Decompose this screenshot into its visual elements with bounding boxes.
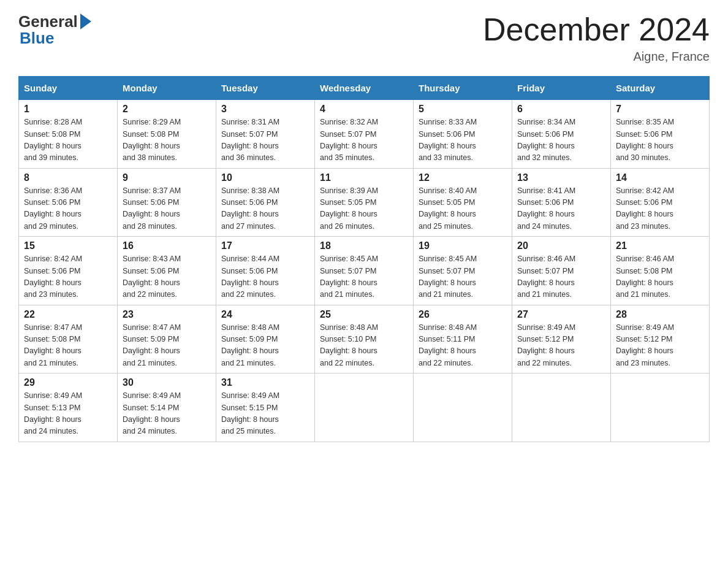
day-number: 30 — [123, 377, 211, 388]
day-info: Sunrise: 8:45 AMSunset: 5:07 PMDaylight:… — [419, 255, 477, 299]
header-day-sunday: Sunday — [19, 77, 118, 100]
empty-cell — [414, 373, 512, 442]
week-row-1: 1 Sunrise: 8:28 AMSunset: 5:08 PMDayligh… — [19, 100, 710, 169]
day-cell-5: 5 Sunrise: 8:33 AMSunset: 5:06 PMDayligh… — [414, 100, 512, 169]
day-number: 7 — [616, 104, 704, 115]
day-cell-22: 22 Sunrise: 8:47 AMSunset: 5:08 PMDaylig… — [19, 305, 118, 373]
day-number: 3 — [221, 104, 309, 115]
day-number: 19 — [419, 240, 507, 251]
day-number: 26 — [419, 309, 507, 320]
page-header: General Blue December 2024 Aigne, France — [18, 12, 710, 64]
calendar-table: SundayMondayTuesdayWednesdayThursdayFrid… — [18, 76, 710, 442]
header-day-monday: Monday — [118, 77, 216, 100]
day-cell-11: 11 Sunrise: 8:39 AMSunset: 5:05 PMDaylig… — [315, 168, 414, 237]
day-info: Sunrise: 8:49 AMSunset: 5:12 PMDaylight:… — [616, 323, 674, 367]
day-info: Sunrise: 8:46 AMSunset: 5:08 PMDaylight:… — [616, 255, 674, 299]
day-number: 8 — [24, 172, 112, 183]
header-day-saturday: Saturday — [611, 77, 710, 100]
day-info: Sunrise: 8:42 AMSunset: 5:06 PMDaylight:… — [24, 255, 82, 299]
day-number: 10 — [221, 172, 309, 183]
day-info: Sunrise: 8:49 AMSunset: 5:15 PMDaylight:… — [221, 391, 279, 435]
day-cell-30: 30 Sunrise: 8:49 AMSunset: 5:14 PMDaylig… — [118, 373, 216, 442]
day-number: 18 — [320, 240, 408, 251]
location: Aigne, France — [483, 50, 710, 64]
day-info: Sunrise: 8:28 AMSunset: 5:08 PMDaylight:… — [24, 118, 82, 162]
day-number: 9 — [123, 172, 211, 183]
day-info: Sunrise: 8:41 AMSunset: 5:06 PMDaylight:… — [517, 186, 575, 231]
week-row-4: 22 Sunrise: 8:47 AMSunset: 5:08 PMDaylig… — [19, 305, 710, 373]
day-info: Sunrise: 8:31 AMSunset: 5:07 PMDaylight:… — [221, 118, 279, 162]
day-info: Sunrise: 8:48 AMSunset: 5:10 PMDaylight:… — [320, 323, 378, 367]
week-row-2: 8 Sunrise: 8:36 AMSunset: 5:06 PMDayligh… — [19, 168, 710, 237]
day-number: 25 — [320, 309, 408, 320]
day-info: Sunrise: 8:48 AMSunset: 5:11 PMDaylight:… — [419, 323, 477, 367]
logo: General Blue — [18, 12, 91, 48]
day-cell-17: 17 Sunrise: 8:44 AMSunset: 5:06 PMDaylig… — [216, 237, 315, 305]
day-info: Sunrise: 8:47 AMSunset: 5:09 PMDaylight:… — [123, 323, 181, 367]
day-number: 14 — [616, 172, 704, 183]
day-number: 1 — [24, 104, 112, 115]
day-cell-6: 6 Sunrise: 8:34 AMSunset: 5:06 PMDayligh… — [512, 100, 611, 169]
week-row-3: 15 Sunrise: 8:42 AMSunset: 5:06 PMDaylig… — [19, 237, 710, 305]
day-info: Sunrise: 8:33 AMSunset: 5:06 PMDaylight:… — [419, 118, 477, 162]
day-cell-16: 16 Sunrise: 8:43 AMSunset: 5:06 PMDaylig… — [118, 237, 216, 305]
day-number: 28 — [616, 309, 704, 320]
day-number: 29 — [24, 377, 112, 388]
week-row-5: 29 Sunrise: 8:49 AMSunset: 5:13 PMDaylig… — [19, 373, 710, 442]
day-number: 27 — [517, 309, 605, 320]
day-info: Sunrise: 8:46 AMSunset: 5:07 PMDaylight:… — [517, 255, 575, 299]
day-cell-18: 18 Sunrise: 8:45 AMSunset: 5:07 PMDaylig… — [315, 237, 414, 305]
day-number: 13 — [517, 172, 605, 183]
day-cell-19: 19 Sunrise: 8:45 AMSunset: 5:07 PMDaylig… — [414, 237, 512, 305]
empty-cell — [611, 373, 710, 442]
day-info: Sunrise: 8:39 AMSunset: 5:05 PMDaylight:… — [320, 186, 378, 231]
title-block: December 2024 Aigne, France — [483, 12, 710, 64]
calendar-body: 1 Sunrise: 8:28 AMSunset: 5:08 PMDayligh… — [19, 100, 710, 442]
day-info: Sunrise: 8:49 AMSunset: 5:14 PMDaylight:… — [123, 391, 181, 435]
day-info: Sunrise: 8:34 AMSunset: 5:06 PMDaylight:… — [517, 118, 575, 162]
day-cell-3: 3 Sunrise: 8:31 AMSunset: 5:07 PMDayligh… — [216, 100, 315, 169]
day-cell-8: 8 Sunrise: 8:36 AMSunset: 5:06 PMDayligh… — [19, 168, 118, 237]
day-info: Sunrise: 8:38 AMSunset: 5:06 PMDaylight:… — [221, 186, 279, 231]
day-cell-25: 25 Sunrise: 8:48 AMSunset: 5:10 PMDaylig… — [315, 305, 414, 373]
day-info: Sunrise: 8:35 AMSunset: 5:06 PMDaylight:… — [616, 118, 674, 162]
day-number: 15 — [24, 240, 112, 251]
day-cell-28: 28 Sunrise: 8:49 AMSunset: 5:12 PMDaylig… — [611, 305, 710, 373]
day-info: Sunrise: 8:48 AMSunset: 5:09 PMDaylight:… — [221, 323, 279, 367]
day-cell-15: 15 Sunrise: 8:42 AMSunset: 5:06 PMDaylig… — [19, 237, 118, 305]
day-number: 5 — [419, 104, 507, 115]
day-cell-21: 21 Sunrise: 8:46 AMSunset: 5:08 PMDaylig… — [611, 237, 710, 305]
empty-cell — [315, 373, 414, 442]
day-cell-12: 12 Sunrise: 8:40 AMSunset: 5:05 PMDaylig… — [414, 168, 512, 237]
day-cell-29: 29 Sunrise: 8:49 AMSunset: 5:13 PMDaylig… — [19, 373, 118, 442]
day-number: 12 — [419, 172, 507, 183]
day-info: Sunrise: 8:47 AMSunset: 5:08 PMDaylight:… — [24, 323, 82, 367]
day-cell-20: 20 Sunrise: 8:46 AMSunset: 5:07 PMDaylig… — [512, 237, 611, 305]
day-info: Sunrise: 8:36 AMSunset: 5:06 PMDaylight:… — [24, 186, 82, 231]
day-info: Sunrise: 8:49 AMSunset: 5:13 PMDaylight:… — [24, 391, 82, 435]
day-cell-23: 23 Sunrise: 8:47 AMSunset: 5:09 PMDaylig… — [118, 305, 216, 373]
day-info: Sunrise: 8:43 AMSunset: 5:06 PMDaylight:… — [123, 255, 181, 299]
day-number: 23 — [123, 309, 211, 320]
day-info: Sunrise: 8:37 AMSunset: 5:06 PMDaylight:… — [123, 186, 181, 231]
day-cell-10: 10 Sunrise: 8:38 AMSunset: 5:06 PMDaylig… — [216, 168, 315, 237]
header-row: SundayMondayTuesdayWednesdayThursdayFrid… — [19, 77, 710, 100]
calendar-header: SundayMondayTuesdayWednesdayThursdayFrid… — [19, 77, 710, 100]
day-number: 4 — [320, 104, 408, 115]
header-day-wednesday: Wednesday — [315, 77, 414, 100]
day-info: Sunrise: 8:29 AMSunset: 5:08 PMDaylight:… — [123, 118, 181, 162]
logo-arrow-icon — [80, 13, 91, 29]
day-number: 24 — [221, 309, 309, 320]
header-day-friday: Friday — [512, 77, 611, 100]
header-day-thursday: Thursday — [414, 77, 512, 100]
day-info: Sunrise: 8:49 AMSunset: 5:12 PMDaylight:… — [517, 323, 575, 367]
day-info: Sunrise: 8:32 AMSunset: 5:07 PMDaylight:… — [320, 118, 378, 162]
day-cell-13: 13 Sunrise: 8:41 AMSunset: 5:06 PMDaylig… — [512, 168, 611, 237]
header-day-tuesday: Tuesday — [216, 77, 315, 100]
day-number: 20 — [517, 240, 605, 251]
day-number: 11 — [320, 172, 408, 183]
day-cell-31: 31 Sunrise: 8:49 AMSunset: 5:15 PMDaylig… — [216, 373, 315, 442]
day-cell-27: 27 Sunrise: 8:49 AMSunset: 5:12 PMDaylig… — [512, 305, 611, 373]
day-info: Sunrise: 8:42 AMSunset: 5:06 PMDaylight:… — [616, 186, 674, 231]
day-number: 17 — [221, 240, 309, 251]
